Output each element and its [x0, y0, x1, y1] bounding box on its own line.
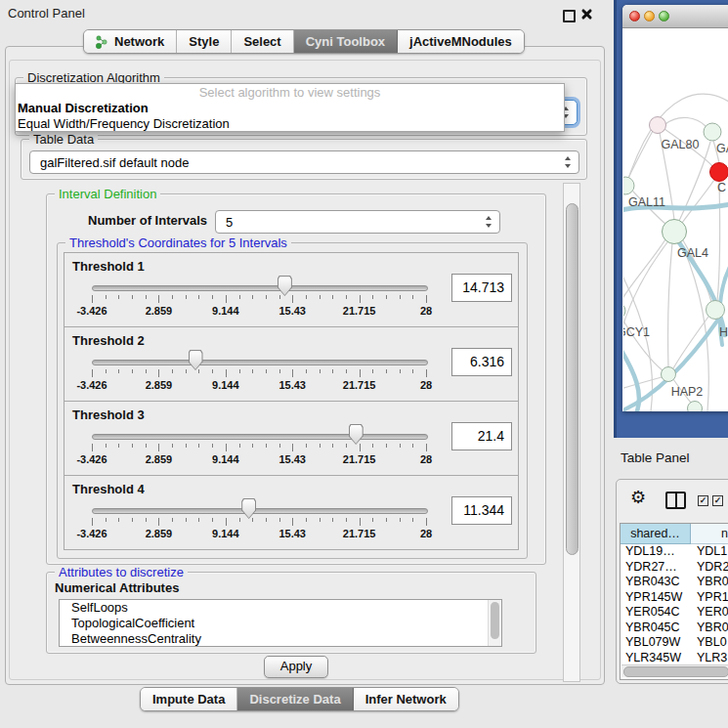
thresholds-group: Threshold's Coordinates for 5 Intervals … — [57, 242, 528, 559]
right-mid-node[interactable] — [707, 301, 725, 320]
table-cell[interactable]: YBR045C — [621, 621, 691, 636]
table-row[interactable]: YDL19…YDL1 — [621, 544, 728, 560]
tab-cyni-toolbox[interactable]: Cyni Toolbox — [294, 30, 398, 53]
slider-track[interactable] — [92, 285, 428, 291]
slider-thumb[interactable] — [189, 350, 203, 370]
checkbox-icon[interactable]: ✓ — [698, 495, 708, 506]
node-label: HAP2 — [671, 385, 704, 399]
table-row[interactable]: YDR27…YDR2 — [621, 560, 728, 576]
zoom-traffic-light-icon[interactable] — [659, 11, 669, 21]
table-row[interactable]: YER054CYER0 — [621, 605, 728, 621]
scrollbar-thumb[interactable] — [623, 666, 728, 677]
tab-impute-data[interactable]: Impute Data — [141, 688, 237, 710]
slider-thumb[interactable] — [349, 424, 364, 445]
checkbox-icon[interactable]: ✓ — [712, 495, 723, 506]
table-cell[interactable]: YER0 — [691, 605, 728, 621]
tab-network[interactable]: Network — [84, 30, 177, 53]
gal4-node[interactable] — [663, 220, 687, 244]
tick-label: 28 — [420, 379, 432, 391]
tick-mark — [92, 295, 93, 303]
tick-mark — [132, 444, 133, 448]
table-cell[interactable]: YPR145W — [621, 590, 691, 606]
close-icon[interactable] — [580, 8, 592, 21]
apply-button[interactable]: Apply — [264, 656, 328, 678]
gcy1-node[interactable] — [623, 303, 625, 319]
tab-style[interactable]: Style — [177, 30, 232, 53]
table-cell[interactable]: YDR2 — [691, 560, 728, 576]
top-right-node[interactable] — [704, 123, 721, 141]
table-cell[interactable]: YLR345W — [621, 651, 691, 666]
tick-mark — [158, 444, 159, 451]
tab-label: Discretize Data — [249, 692, 340, 707]
node-label: H — [719, 325, 728, 339]
table-cell[interactable]: YBR043C — [621, 575, 691, 590]
tick-mark — [426, 295, 427, 303]
scrollbar-thumb[interactable] — [491, 602, 499, 639]
threshold-value-field[interactable]: 21.4 — [451, 422, 512, 450]
gal11-node[interactable] — [623, 177, 634, 194]
algorithm-option-equal-width-frequency-discretization[interactable]: Equal Width/Frequency Discretization — [16, 116, 564, 132]
table-cell[interactable]: YBR0 — [691, 621, 728, 636]
table-row[interactable]: YBL079WYBL0 — [621, 635, 728, 651]
attribute-item-selfloops[interactable]: SelfLoops — [60, 600, 501, 616]
table-row[interactable]: YLR345WYLR3 — [621, 651, 728, 666]
tick-mark — [146, 369, 147, 373]
horizontal-scrollbar[interactable] — [621, 664, 728, 677]
bottom-node[interactable] — [688, 402, 703, 412]
attributes-list[interactable]: SelfLoopsTopologicalCoefficientBetweenne… — [59, 599, 502, 647]
tick-mark — [239, 295, 240, 299]
close-traffic-light-icon[interactable] — [629, 11, 640, 21]
gal80-node[interactable] — [650, 117, 666, 134]
table-cell[interactable]: YER054C — [621, 605, 691, 621]
slider-track[interactable] — [92, 508, 428, 514]
table-cell[interactable]: YDL19… — [621, 544, 691, 560]
gear-icon[interactable]: ⚙ — [630, 489, 646, 506]
panel-scrollbar[interactable] — [563, 183, 580, 682]
float-window-icon[interactable] — [563, 10, 576, 22]
threshold-value-field[interactable]: 6.316 — [451, 348, 512, 376]
network-canvas[interactable]: GAL80GACGAL11GAL4GCY1HHAP2 — [623, 28, 728, 411]
slider-thumb[interactable] — [241, 498, 256, 519]
slider-thumb[interactable] — [278, 276, 292, 296]
threshold-value-field[interactable]: 14.713 — [451, 274, 512, 302]
tab-jactivemnodules[interactable]: jActiveMNodules — [398, 30, 524, 53]
table-panel: ⚙ ✓ ✓ shared… na YDL19…YDL1YDR27…YDR2YBR… — [616, 479, 728, 684]
dropdown-options: Manual DiscretizationEqual Width/Frequen… — [16, 101, 564, 132]
tick-mark — [279, 518, 280, 522]
tick-mark — [212, 518, 213, 522]
table-cell[interactable]: YLR3 — [691, 651, 728, 666]
minimize-traffic-light-icon[interactable] — [644, 11, 655, 21]
scrollbar-thumb[interactable] — [566, 203, 578, 555]
threshold-value-field[interactable]: 11.344 — [451, 496, 512, 525]
table-cell[interactable]: YDR27… — [621, 560, 691, 576]
number-of-intervals-combobox[interactable]: 5 — [215, 210, 500, 234]
table-row[interactable]: YBR043CYBR0 — [621, 575, 728, 590]
list-scrollbar[interactable] — [488, 600, 501, 646]
algorithm-option-manual-discretization[interactable]: Manual Discretization — [16, 101, 564, 116]
column-header-shared-name[interactable]: shared… — [621, 524, 691, 544]
slider-track[interactable] — [92, 360, 428, 365]
slider-track[interactable] — [92, 434, 428, 440]
tab-discretize-data[interactable]: Discretize Data — [237, 688, 353, 710]
column-header-name[interactable]: na — [691, 524, 728, 544]
attribute-item-betweennesscentrality[interactable]: BetweennessCentrality — [60, 631, 501, 647]
table-cell[interactable]: YPR1 — [691, 590, 728, 606]
hap2-node[interactable] — [662, 367, 676, 382]
tab-select[interactable]: Select — [232, 30, 293, 53]
table-cell[interactable]: YDL1 — [691, 544, 728, 560]
tab-infer-network[interactable]: Infer Network — [354, 688, 458, 710]
slider-tick-labels: -3.4262.8599.14415.4321.71528 — [92, 305, 426, 318]
attribute-item-topologicalcoefficient[interactable]: TopologicalCoefficient — [60, 616, 501, 631]
table-row[interactable]: YPR145WYPR1 — [621, 590, 728, 606]
window-titlebar[interactable] — [622, 5, 728, 28]
tab-label: Style — [189, 34, 219, 49]
table-row[interactable]: YBR045CYBR0 — [621, 621, 728, 636]
tick-mark — [239, 369, 240, 373]
split-columns-icon[interactable] — [665, 492, 686, 509]
red-node[interactable] — [710, 163, 728, 182]
table-data-combobox[interactable]: galFiltered.sif default node — [29, 150, 579, 174]
table-cell[interactable]: YBL0 — [691, 635, 728, 651]
slider-ticks — [92, 518, 426, 527]
table-cell[interactable]: YBL079W — [621, 635, 691, 651]
table-cell[interactable]: YBR0 — [691, 575, 728, 590]
